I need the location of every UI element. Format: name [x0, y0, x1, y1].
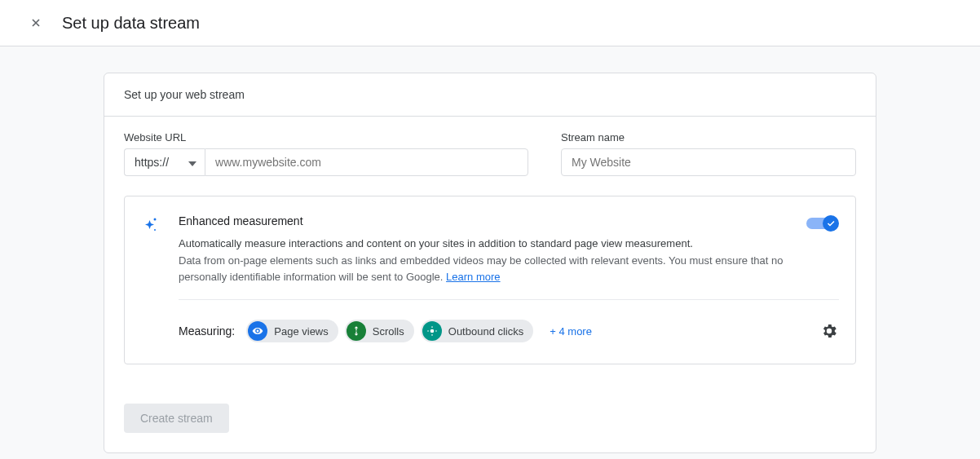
panel-text: Enhanced measurement Automatically measu… [179, 214, 792, 285]
main-area: Set up your web stream Website URL https… [0, 46, 980, 459]
url-scheme-value: https:// [135, 156, 169, 169]
stream-name-group: Stream name [561, 131, 856, 176]
enhanced-measurement-panel: Enhanced measurement Automatically measu… [124, 196, 856, 364]
website-url-group: Website URL https:// [124, 131, 528, 176]
website-url-input[interactable] [205, 148, 528, 176]
url-input-wrap: https:// [124, 148, 528, 176]
measuring-label: Measuring: [179, 324, 235, 338]
create-stream-button[interactable]: Create stream [124, 404, 229, 433]
check-icon [826, 218, 836, 228]
chevron-down-icon [188, 156, 196, 169]
chips-container: Page views Scrolls Outbo [246, 320, 592, 342]
settings-button[interactable] [819, 321, 839, 341]
stream-name-input[interactable] [561, 148, 856, 176]
card-footer: Create stream [104, 384, 876, 452]
page-header: Set up data stream [0, 0, 980, 46]
chip-label: Page views [274, 325, 328, 338]
eye-icon [248, 321, 267, 341]
toggle-thumb [823, 215, 839, 232]
enhanced-subtitle: Automatically measure interactions and c… [179, 237, 792, 249]
svg-point-0 [154, 218, 157, 221]
field-row: Website URL https:// Stream name [124, 131, 856, 176]
svg-point-2 [430, 329, 434, 333]
enhanced-toggle[interactable] [806, 214, 839, 232]
stream-name-label: Stream name [561, 131, 856, 143]
gear-icon [820, 322, 838, 340]
close-button[interactable] [26, 13, 46, 33]
svg-point-1 [154, 229, 156, 231]
scroll-icon [347, 321, 366, 341]
enhanced-description: Data from on-page elements such as links… [179, 253, 792, 285]
panel-top: Enhanced measurement Automatically measu… [141, 214, 839, 285]
card-heading: Set up your web stream [104, 73, 876, 117]
enhanced-title: Enhanced measurement [179, 214, 792, 227]
page-title: Set up data stream [62, 14, 200, 33]
chip-page-views: Page views [246, 320, 338, 342]
more-chips-link[interactable]: + 4 more [550, 325, 592, 338]
card-body: Website URL https:// Stream name [104, 117, 876, 384]
url-scheme-dropdown[interactable]: https:// [124, 148, 205, 176]
chip-outbound-clicks: Outbound clicks [421, 320, 534, 342]
chip-scrolls: Scrolls [345, 320, 414, 342]
divider [179, 299, 839, 300]
website-url-label: Website URL [124, 131, 528, 143]
click-icon [422, 321, 442, 341]
close-icon [29, 16, 42, 29]
chip-label: Scrolls [373, 325, 404, 338]
stream-card: Set up your web stream Website URL https… [104, 73, 876, 453]
measuring-row: Measuring: Page views Scro [179, 320, 839, 342]
sparkle-icon [141, 214, 164, 236]
chip-label: Outbound clicks [448, 325, 524, 338]
learn-more-link[interactable]: Learn more [446, 271, 500, 283]
